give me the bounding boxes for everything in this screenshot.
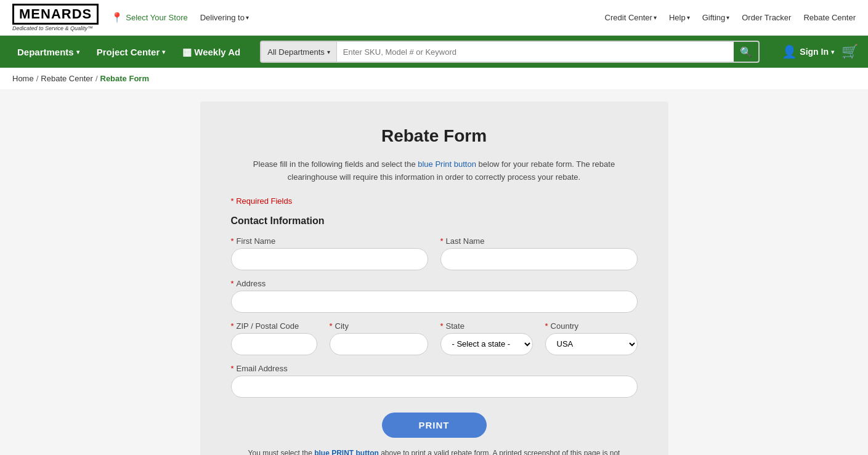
sign-in-label: Sign In [800,47,829,57]
help-link[interactable]: Help ▾ [669,13,690,22]
form-title: Rebate Form [231,126,638,146]
search-icon: 🔍 [740,46,752,58]
sign-in-button[interactable]: 👤 Sign In ▾ [777,44,839,59]
zip-group: *ZIP / Postal Code [231,321,317,355]
brand-tagline: Dedicated to Service & Quality™ [12,25,93,31]
search-bar: All Departments ▾ 🔍 [260,41,760,63]
breadcrumb-sep: / [36,74,39,83]
project-center-menu[interactable]: Project Center ▾ [89,36,173,68]
print-note: You must select the blue PRINT button ab… [231,448,638,455]
name-row: *First Name *Last Name [231,236,638,270]
form-description: Please fill in the following fields and … [231,158,638,184]
country-group: *Country USA Canada [545,321,638,355]
chevron-down-icon: ▾ [162,49,165,55]
brand-name: MENARDS [12,4,99,25]
store-selector-label: Select Your Store [126,13,187,22]
state-select[interactable]: - Select a state - ALAKAZAR CACOCTDE FLG… [440,333,533,355]
gifting-link[interactable]: Gifting ▾ [702,13,730,22]
city-label: *City [330,321,428,331]
top-bar-right: Credit Center ▾ Help ▾ Gifting ▾ Order T… [605,13,856,22]
state-label: *State [440,321,533,331]
first-name-group: *First Name [231,236,428,270]
nav-right: 👤 Sign In ▾ 🛒 [777,44,858,60]
address-group: *Address [231,279,638,313]
rebate-center-link[interactable]: Rebate Center [803,13,856,22]
zip-input[interactable] [231,333,317,355]
zip-label: *ZIP / Postal Code [231,321,317,331]
chevron-down-icon: ▾ [654,14,657,21]
state-group: *State - Select a state - ALAKAZAR CACOC… [440,321,533,355]
print-button[interactable]: PRINT [382,413,487,438]
breadcrumb-sep: / [95,74,98,83]
email-row: *Email Address [231,364,638,398]
first-name-label: *First Name [231,236,428,246]
location-pin-icon: 📍 [111,12,123,23]
credit-center-link[interactable]: Credit Center ▾ [605,13,657,22]
address-input[interactable] [231,291,638,313]
chevron-down-icon: ▾ [327,49,330,55]
store-selector[interactable]: 📍 Select Your Store [111,12,187,23]
first-name-input[interactable] [231,248,428,270]
main-content: Rebate Form Please fill in the following… [0,89,868,455]
chevron-down-icon: ▾ [687,14,690,21]
chevron-down-icon: ▾ [76,49,79,55]
required-note: * Required Fields [231,196,638,206]
print-blue-text: blue PRINT button [314,449,379,455]
contact-info-title: Contact Information [231,215,638,227]
chevron-down-icon: ▾ [831,49,834,55]
order-tracker-link[interactable]: Order Tracker [742,13,791,22]
departments-label: Departments [17,47,74,57]
delivering-to[interactable]: Delivering to ▾ [200,13,249,22]
nav-bar: Departments ▾ Project Center ▾ ▦ Weekly … [0,36,868,68]
last-name-input[interactable] [440,248,638,270]
address-label: *Address [231,279,638,288]
last-name-group: *Last Name [440,236,638,270]
country-label: *Country [545,321,638,331]
search-input[interactable] [337,42,734,62]
location-row: *ZIP / Postal Code *City *State - Select… [231,321,638,355]
chevron-down-icon: ▾ [726,14,729,21]
cart-icon[interactable]: 🛒 [842,44,858,60]
search-department-selector[interactable]: All Departments ▾ [261,42,336,62]
email-input[interactable] [231,376,638,398]
calendar-icon: ▦ [182,46,192,58]
weekly-ad-menu[interactable]: ▦ Weekly Ad [175,36,248,68]
city-input[interactable] [330,333,428,355]
breadcrumb-rebate-center[interactable]: Rebate Center [41,74,93,83]
chevron-down-icon: ▾ [246,14,249,21]
form-desc-text: Please fill in the following fields and … [253,159,615,182]
search-button[interactable]: 🔍 [734,42,758,62]
weekly-ad-label: Weekly Ad [194,47,240,57]
city-group: *City [330,321,428,355]
breadcrumb-current: Rebate Form [100,74,149,83]
email-group: *Email Address [231,364,638,398]
departments-menu[interactable]: Departments ▾ [10,36,87,68]
rebate-form-container: Rebate Form Please fill in the following… [200,102,668,455]
breadcrumb-home[interactable]: Home [12,74,34,83]
top-bar-left: MENARDS Dedicated to Service & Quality™ … [12,4,249,31]
breadcrumb: Home / Rebate Center / Rebate Form [0,68,868,89]
top-bar: MENARDS Dedicated to Service & Quality™ … [0,0,868,36]
email-label: *Email Address [231,364,638,373]
search-dept-label: All Departments [267,47,324,57]
project-center-label: Project Center [97,47,160,57]
logo[interactable]: MENARDS Dedicated to Service & Quality™ [12,4,99,31]
delivering-label: Delivering to [200,13,245,22]
user-icon: 👤 [782,44,797,59]
last-name-label: *Last Name [440,236,638,246]
address-row: *Address [231,279,638,313]
country-select[interactable]: USA Canada [545,333,638,355]
